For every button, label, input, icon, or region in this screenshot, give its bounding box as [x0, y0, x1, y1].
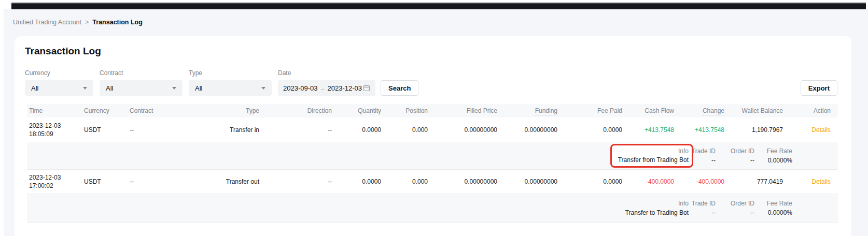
- cell-cash-flow: -400.0000: [622, 178, 674, 185]
- col-header-currency: Currency: [84, 107, 130, 114]
- cell-direction: --: [259, 178, 332, 185]
- breadcrumb-separator: >: [85, 19, 89, 26]
- detail-trade-id-value: --: [711, 157, 716, 164]
- cell-fee-paid: 0.0000: [557, 126, 622, 134]
- date-filter-label: Date: [278, 69, 381, 77]
- col-header-cash-flow: Cash Flow: [622, 107, 674, 114]
- detail-info-label: Info: [678, 148, 689, 155]
- details-link[interactable]: Details: [811, 178, 831, 185]
- chevron-down-icon: [261, 87, 265, 90]
- table-header-row: Time Currency Contract Type Direction Qu…: [27, 104, 838, 117]
- cell-time: 2023-12-03 17:00:02: [27, 173, 84, 190]
- funding-tooltip-label: Funding: [535, 107, 557, 115]
- detail-order-id-column: Order ID --: [716, 148, 754, 164]
- cell-currency: USDT: [84, 126, 130, 134]
- cell-change: +413.7548: [674, 126, 724, 134]
- cell-filled-price: 0.00000000: [428, 126, 497, 134]
- cell-time: 2023-12-03 18:05:09: [27, 122, 84, 138]
- page-title: Transaction Log: [25, 46, 851, 57]
- detail-order-id-value: --: [750, 209, 754, 216]
- col-header-action: Action: [783, 107, 838, 114]
- chevron-down-icon: [172, 87, 176, 90]
- table-row: 2023-12-03 18:05:09 USDT -- Transfer in …: [27, 117, 838, 142]
- type-filter-label: Type: [189, 69, 278, 77]
- currency-filter-label: Currency: [25, 69, 100, 77]
- detail-order-id-label: Order ID: [731, 200, 754, 207]
- cell-funding: 0.00000000: [497, 126, 557, 134]
- col-header-position: Position: [381, 107, 428, 114]
- detail-fee-rate-value: 0.0000%: [768, 209, 792, 216]
- type-filter-group: Type All: [189, 69, 278, 96]
- cell-time-clock: 18:05:09: [29, 130, 84, 138]
- detail-trade-id-value: --: [711, 209, 716, 216]
- col-header-funding: Funding: [497, 107, 557, 114]
- cell-currency: USDT: [84, 178, 130, 185]
- cell-position: 0.000: [381, 126, 428, 134]
- breadcrumb: Unified Trading Account>Transaction Log: [13, 19, 143, 26]
- detail-fee-rate-column: Fee Rate 0.0000%: [754, 200, 792, 216]
- detail-info-column: Info Transfer to Trading Bot: [481, 200, 689, 216]
- cell-wallet-balance: 1,190.7967: [724, 126, 783, 134]
- breadcrumb-current: Transaction Log: [92, 19, 143, 26]
- type-dropdown-value: All: [195, 84, 202, 92]
- cell-quantity: 0.0000: [332, 178, 381, 185]
- red-annotation-box: Info Transfer from Trading Bot: [610, 144, 693, 168]
- currency-filter-group: Currency All: [25, 69, 100, 96]
- cell-contract: --: [130, 178, 181, 185]
- search-button[interactable]: Search: [381, 80, 418, 96]
- detail-info-column: Info Transfer from Trading Bot: [481, 144, 689, 168]
- detail-trade-id-column: Trade ID --: [689, 200, 716, 216]
- detail-order-id-label: Order ID: [731, 148, 754, 155]
- detail-order-id-column: Order ID --: [716, 200, 754, 216]
- col-header-fee-paid: Fee Paid: [557, 107, 622, 114]
- currency-dropdown[interactable]: All: [25, 80, 93, 96]
- type-dropdown[interactable]: All: [189, 80, 272, 96]
- date-end-value[interactable]: 2023-12-03: [328, 84, 362, 92]
- currency-dropdown-value: All: [31, 84, 38, 92]
- detail-info-label: Info: [678, 200, 689, 207]
- contract-dropdown[interactable]: All: [100, 80, 183, 96]
- detail-info-value: Transfer from Trading Bot: [618, 156, 689, 164]
- col-header-type: Type: [181, 107, 259, 114]
- breadcrumb-parent-link[interactable]: Unified Trading Account: [13, 19, 81, 26]
- cell-cash-flow: +413.7548: [622, 126, 674, 134]
- col-header-contract: Contract: [130, 107, 181, 114]
- cell-quantity: 0.0000: [332, 126, 381, 134]
- cell-fee-paid: 0.0000: [557, 178, 622, 185]
- detail-fee-rate-label: Fee Rate: [767, 148, 792, 155]
- date-range-input[interactable]: 2023-09-03 → 2023-12-03: [278, 80, 375, 96]
- cell-position: 0.000: [381, 178, 428, 185]
- contract-filter-group: Contract All: [100, 69, 189, 96]
- cell-type: Transfer out: [181, 178, 259, 185]
- detail-fee-rate-value: 0.0000%: [768, 157, 792, 164]
- row-details-panel: Info Transfer from Trading Bot Trade ID …: [27, 142, 838, 170]
- cell-change: -400.0000: [674, 178, 724, 185]
- detail-trade-id-label: Trade ID: [692, 148, 716, 155]
- transaction-table: Time Currency Contract Type Direction Qu…: [27, 104, 838, 223]
- detail-info-value: Transfer to Trading Bot: [625, 209, 689, 216]
- cell-direction: --: [259, 126, 332, 134]
- detail-order-id-value: --: [750, 157, 754, 164]
- page-background: Unified Trading Account>Transaction Log …: [4, 9, 868, 236]
- contract-dropdown-value: All: [106, 84, 113, 92]
- cell-type: Transfer in: [181, 126, 259, 134]
- col-header-direction: Direction: [259, 107, 332, 114]
- col-header-filled-price: Filled Price: [428, 107, 497, 114]
- row-details-panel: Info Transfer to Trading Bot Trade ID --…: [27, 193, 838, 223]
- contract-filter-label: Contract: [100, 69, 189, 77]
- details-link[interactable]: Details: [811, 126, 831, 134]
- cell-time-clock: 17:00:02: [29, 182, 84, 190]
- chevron-down-icon: [83, 87, 87, 90]
- col-header-change: Change: [674, 107, 724, 114]
- date-start-value[interactable]: 2023-09-03: [283, 84, 318, 92]
- cell-funding: 0.00000000: [497, 178, 557, 185]
- change-tooltip-label: Change: [703, 107, 724, 115]
- filter-bar: Currency All Contract All Type All: [25, 69, 837, 96]
- col-header-quantity: Quantity: [332, 107, 381, 114]
- detail-fee-rate-column: Fee Rate 0.0000%: [754, 148, 792, 164]
- calendar-icon[interactable]: [363, 84, 370, 92]
- cell-contract: --: [130, 126, 181, 134]
- detail-fee-rate-label: Fee Rate: [767, 200, 792, 207]
- date-range-arrow: →: [320, 85, 326, 91]
- export-button[interactable]: Export: [801, 80, 837, 96]
